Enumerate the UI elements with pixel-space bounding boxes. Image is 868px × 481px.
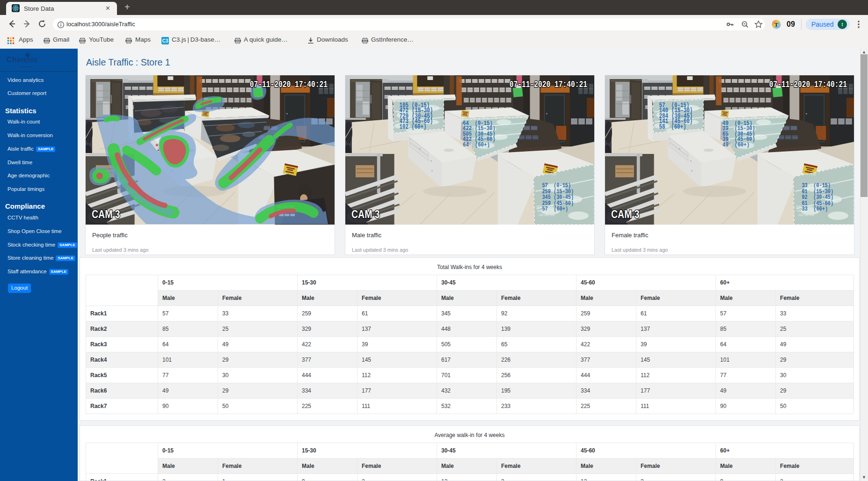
svg-text:T: T (774, 21, 779, 28)
svg-text:CAM 3: CAM 3 (92, 208, 120, 220)
svg-text:07-11-2020 17:40:21: 07-11-2020 17:40:21 (510, 79, 587, 90)
svg-text:102 (60+): 102 (60+) (400, 123, 427, 131)
svg-text:58 (60+): 58 (60+) (659, 123, 686, 131)
svg-text:57 (60+): 57 (60+) (542, 206, 568, 212)
svg-text:49 (60+): 49 (60+) (722, 141, 750, 148)
svg-text:CAM 3: CAM 3 (351, 208, 380, 220)
svg-text:C3: C3 (162, 38, 168, 44)
svg-text:07-11-2020 17:40:21: 07-11-2020 17:40:21 (250, 79, 328, 90)
svg-text:64 (60+): 64 (60+) (463, 141, 490, 148)
svg-text:07-11-2020 17:40:21: 07-11-2020 17:40:21 (769, 79, 847, 90)
svg-text:CAM 3: CAM 3 (611, 208, 640, 220)
svg-text:33 (60+): 33 (60+) (802, 206, 828, 212)
